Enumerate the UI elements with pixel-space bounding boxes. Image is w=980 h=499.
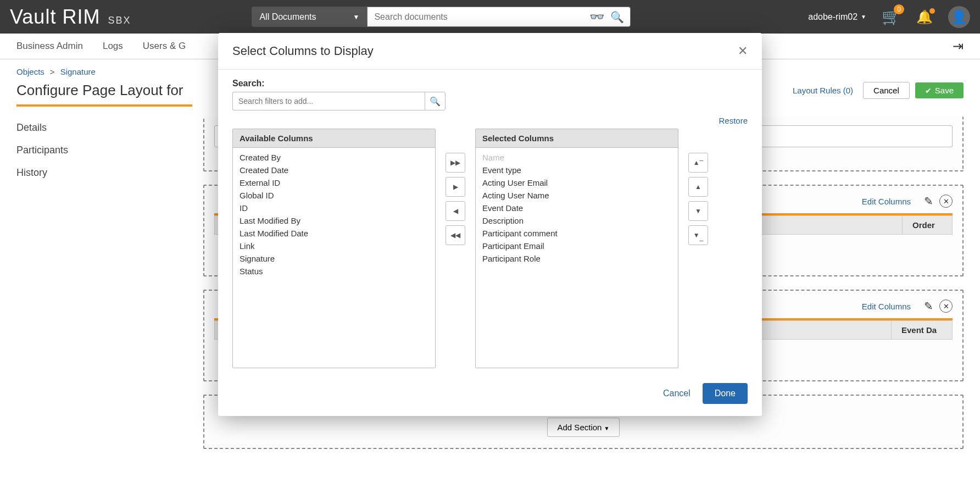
breadcrumb-separator: >	[50, 67, 55, 76]
save-label: Save	[935, 86, 954, 95]
move-down-button[interactable]: ▼	[688, 201, 708, 221]
column-search-input[interactable]	[232, 92, 425, 110]
available-item[interactable]: Created Date	[233, 164, 435, 176]
available-item[interactable]: ID	[233, 202, 435, 214]
edit-columns-link-2[interactable]: Edit Columns	[862, 197, 911, 206]
notifications-icon[interactable]: 🔔	[916, 9, 933, 25]
select-columns-dialog: Select Columns to Display ✕ Search: 🔍 Re…	[218, 33, 762, 416]
pencil-icon[interactable]: ✎	[922, 300, 935, 313]
section-list: Details Participants History	[16, 117, 187, 449]
dialog-cancel-button[interactable]: Cancel	[661, 383, 693, 404]
add-section-button[interactable]: Add Section ▼	[547, 418, 620, 437]
move-top-button[interactable]: ▲_	[688, 153, 708, 173]
available-item[interactable]: Created By	[233, 151, 435, 164]
section-details[interactable]: Details	[16, 117, 187, 139]
search-icon[interactable]: 🔍	[425, 92, 446, 110]
layout-rules-link[interactable]: Layout Rules (0)	[788, 82, 858, 98]
selected-item[interactable]: Name	[476, 151, 678, 164]
breadcrumb-signature[interactable]: Signature	[60, 67, 96, 76]
chevron-down-icon: ▼	[861, 14, 866, 20]
available-item[interactable]: Last Modified Date	[233, 227, 435, 240]
check-icon: ✔	[925, 86, 932, 95]
available-item[interactable]: Global ID	[233, 189, 435, 202]
selected-item[interactable]: Participant comment	[476, 227, 678, 240]
selected-item[interactable]: Event Date	[476, 202, 678, 214]
subnav-business-admin[interactable]: Business Admin	[16, 41, 83, 52]
username: adobe-rim02	[808, 12, 858, 22]
page-title: Configure Page Layout for	[16, 82, 183, 99]
env-badge: SBX	[108, 15, 131, 26]
move-left-button[interactable]: ◀	[446, 201, 465, 221]
subnav-users[interactable]: Users & G	[143, 41, 186, 52]
pencil-icon[interactable]: ✎	[922, 195, 935, 208]
search-icon[interactable]: 🔍	[610, 10, 624, 24]
move-all-left-button[interactable]: ◀◀	[446, 225, 465, 245]
close-icon[interactable]: ✕	[738, 44, 748, 58]
available-item[interactable]: External ID	[233, 176, 435, 189]
available-item[interactable]: Last Modified By	[233, 214, 435, 227]
move-bottom-button[interactable]: ▼_	[688, 225, 708, 245]
binoculars-icon[interactable]: 👓	[589, 10, 604, 24]
selected-columns-title: Selected Columns	[476, 129, 678, 148]
cart-icon[interactable]: 🛒 0	[882, 8, 901, 26]
selected-item[interactable]: Event type	[476, 164, 678, 176]
save-button[interactable]: ✔ Save	[915, 82, 964, 98]
selected-item[interactable]: Acting User Email	[476, 176, 678, 189]
active-tab-underline	[16, 104, 192, 107]
breadcrumb-objects[interactable]: Objects	[16, 67, 44, 76]
chevron-down-icon: ▼	[353, 13, 360, 21]
dialog-done-button[interactable]: Done	[703, 383, 748, 404]
product-name: Vault RIM	[10, 5, 100, 29]
dialog-title: Select Columns to Display	[232, 44, 374, 58]
available-item[interactable]: Link	[233, 240, 435, 252]
restore-link[interactable]: Restore	[719, 116, 748, 125]
selected-columns-list: Selected Columns Name Event type Acting …	[475, 129, 678, 368]
document-scope-selector[interactable]: All Documents ▼	[252, 7, 367, 27]
search-label: Search:	[232, 79, 748, 88]
cart-count-badge: 0	[894, 4, 904, 14]
remove-section-icon[interactable]: ✕	[939, 300, 953, 313]
selected-item[interactable]: Description	[476, 214, 678, 227]
available-columns-list: Available Columns Created By Created Dat…	[232, 129, 436, 368]
selected-item[interactable]: Acting User Name	[476, 189, 678, 202]
section-history[interactable]: History	[16, 162, 187, 184]
user-menu[interactable]: adobe-rim02 ▼	[808, 12, 866, 22]
available-item[interactable]: Status	[233, 265, 435, 278]
avatar[interactable]: 👤	[948, 6, 970, 28]
subnav-logs[interactable]: Logs	[103, 41, 123, 52]
chevron-down-icon: ▼	[604, 425, 610, 431]
product-logo: Vault RIM SBX	[10, 5, 131, 29]
jump-to-icon[interactable]: ⇥	[953, 38, 964, 54]
move-up-button[interactable]: ▲	[688, 177, 708, 197]
col-order: Order	[903, 216, 952, 234]
remove-section-icon[interactable]: ✕	[939, 195, 953, 208]
available-columns-title: Available Columns	[233, 129, 435, 148]
selected-item[interactable]: Participant Role	[476, 252, 678, 265]
section-participants[interactable]: Participants	[16, 139, 187, 162]
notification-dot-icon	[929, 8, 935, 14]
document-scope-label: All Documents	[259, 12, 316, 22]
move-all-right-button[interactable]: ▶▶	[446, 153, 465, 173]
edit-columns-link-3[interactable]: Edit Columns	[862, 302, 911, 311]
col-event-date: Event Da	[892, 321, 952, 339]
move-right-button[interactable]: ▶	[446, 177, 465, 197]
selected-item[interactable]: Participant Email	[476, 240, 678, 252]
cancel-button[interactable]: Cancel	[863, 82, 910, 99]
add-section-label: Add Section	[558, 423, 602, 432]
available-item[interactable]: Signature	[233, 252, 435, 265]
